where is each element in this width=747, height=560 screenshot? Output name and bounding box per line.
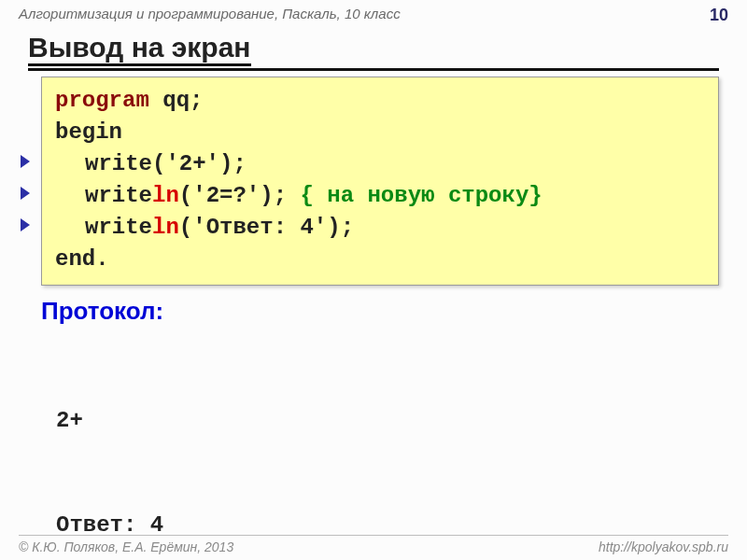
code-text: qq; (149, 88, 204, 113)
protocol-label: Протокол: (41, 297, 163, 326)
code-line-3: write('2+'); (55, 148, 705, 180)
code-text: ('2=?'); (179, 183, 301, 208)
slide-footer: © К.Ю. Поляков, Е.А. Ерёмин, 2013 http:/… (19, 535, 728, 554)
subject-text: Алгоритмизация и программирование, Паска… (19, 6, 401, 21)
title-row: Вывод на экран (28, 32, 719, 71)
code-block: program qq; begin write('2+'); writeln('… (41, 77, 719, 286)
page-number: 10 (710, 6, 728, 25)
output-line-1: 2+ (56, 403, 163, 438)
slide-header: Алгоритмизация и программирование, Паска… (19, 6, 728, 25)
code-line-4: writeln('2=?'); { на новую строку} (55, 180, 705, 212)
code-comment: { на новую строку} (300, 183, 542, 208)
keyword-ln: ln (152, 183, 179, 208)
code-text: ('Ответ: 4'); (179, 215, 354, 240)
code-line-5: writeln('Ответ: 4'); (55, 212, 705, 244)
slide-title: Вывод на экран (28, 32, 251, 66)
code-line-1: program qq; (55, 85, 705, 117)
footer-authors: © К.Ю. Поляков, Е.А. Ерёмин, 2013 (19, 539, 233, 554)
code-line-2: begin (55, 117, 705, 148)
code-text: write (85, 183, 152, 208)
keyword-ln: ln (152, 215, 179, 240)
triangle-icon (21, 187, 30, 200)
code-text: write (85, 215, 152, 240)
program-output: 2+ Ответ: 4 (56, 334, 163, 560)
footer-site: http://kpolyakov.spb.ru (599, 539, 728, 554)
code-line-6: end. (55, 244, 705, 275)
triangle-icon (21, 155, 30, 168)
keyword-program: program (55, 88, 149, 113)
triangle-icon (21, 218, 30, 231)
